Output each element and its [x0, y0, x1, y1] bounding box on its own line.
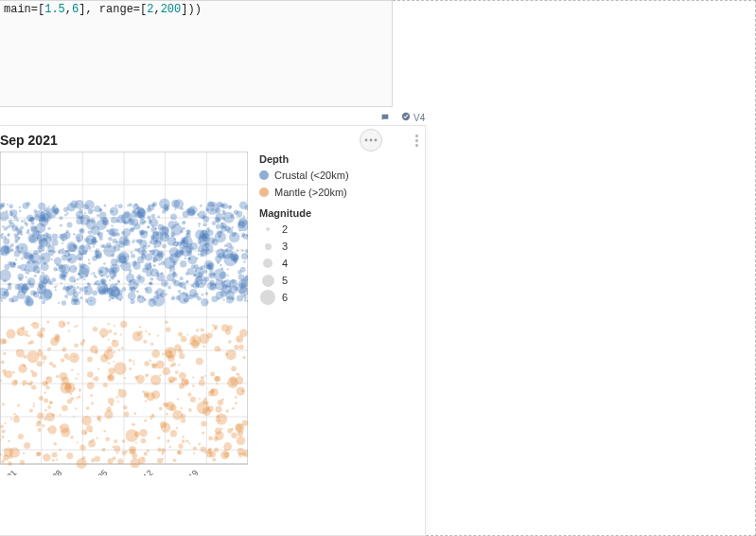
x-tick-label: Dec 05	[83, 468, 109, 475]
svg-point-811	[235, 261, 237, 264]
svg-point-482	[19, 206, 21, 208]
svg-point-736	[80, 263, 86, 269]
svg-point-366	[23, 203, 29, 209]
svg-point-1291	[26, 331, 27, 332]
svg-point-501	[87, 296, 97, 306]
svg-point-1091	[192, 376, 194, 378]
svg-point-1274	[24, 355, 27, 359]
svg-point-620	[104, 205, 107, 207]
svg-point-1037	[93, 327, 97, 331]
svg-point-1289	[56, 458, 58, 460]
svg-point-980	[124, 377, 126, 379]
svg-point-846	[17, 291, 26, 299]
svg-point-820	[25, 269, 29, 274]
svg-point-1019	[61, 358, 64, 362]
svg-point-706	[6, 289, 9, 292]
svg-point-638	[108, 237, 112, 241]
svg-point-555	[216, 278, 218, 280]
svg-point-394	[21, 220, 24, 223]
more-options-button[interactable]	[360, 129, 382, 152]
svg-point-840	[7, 252, 9, 254]
svg-point-1208	[31, 384, 36, 389]
svg-point-843	[142, 297, 144, 299]
svg-point-742	[216, 213, 223, 221]
legend-depth-item[interactable]: Crustal (<20km)	[259, 168, 411, 183]
legend-label: 2	[282, 223, 288, 235]
svg-point-1170	[29, 409, 33, 413]
svg-point-716	[139, 230, 145, 236]
svg-point-102	[159, 198, 170, 209]
svg-point-552	[188, 209, 196, 217]
legend-size-swatch	[262, 275, 274, 287]
svg-point-1110	[221, 428, 223, 430]
svg-point-1105	[12, 371, 15, 374]
svg-point-1304	[216, 383, 218, 384]
svg-point-723	[37, 271, 40, 274]
svg-point-1340	[62, 384, 63, 385]
svg-point-938	[38, 428, 42, 432]
svg-point-1352	[210, 371, 215, 376]
svg-point-557	[86, 287, 88, 289]
svg-point-531	[4, 292, 7, 295]
svg-point-882	[240, 267, 246, 273]
svg-point-1306	[161, 422, 170, 432]
svg-point-1314	[169, 404, 176, 411]
svg-point-484	[111, 224, 113, 226]
svg-point-1370	[79, 388, 81, 391]
svg-point-1180	[27, 335, 29, 337]
svg-point-760	[77, 278, 79, 281]
comment-icon[interactable]	[380, 113, 390, 124]
code-cell[interactable]: main=[1.5,6], range=[2,200]))	[0, 0, 393, 107]
svg-point-1039	[108, 398, 114, 404]
legend-magnitude-item[interactable]: 4	[259, 256, 411, 271]
svg-point-1252	[174, 345, 181, 351]
svg-point-1183	[132, 361, 134, 363]
svg-point-393	[86, 242, 90, 246]
svg-point-402	[25, 223, 28, 226]
svg-point-915	[227, 268, 229, 270]
svg-point-140	[197, 213, 199, 215]
svg-point-563	[41, 257, 44, 260]
svg-point-1012	[75, 407, 77, 409]
svg-point-192	[234, 209, 238, 214]
legend-magnitude-item[interactable]: 3	[259, 239, 411, 254]
svg-point-478	[186, 281, 188, 283]
svg-point-1115	[162, 450, 166, 454]
svg-point-826	[7, 204, 9, 205]
svg-point-308	[134, 248, 137, 251]
svg-point-752	[177, 241, 182, 246]
svg-point-764	[62, 239, 64, 241]
svg-point-311	[26, 277, 27, 278]
svg-point-136	[15, 259, 17, 260]
svg-point-1288	[3, 352, 6, 355]
svg-point-849	[53, 207, 60, 214]
svg-point-508	[243, 260, 246, 263]
svg-point-1126	[39, 396, 44, 401]
svg-point-1189	[147, 392, 155, 401]
svg-point-969	[103, 383, 108, 387]
svg-point-1217	[90, 394, 93, 397]
svg-point-1332	[157, 458, 163, 464]
scatter-chart[interactable]: Nov 21Nov 28Dec 05Dec 12Dec 19	[0, 152, 248, 475]
svg-point-922	[38, 245, 45, 253]
svg-point-493	[10, 209, 18, 217]
svg-point-412	[154, 227, 157, 230]
legend-magnitude-item[interactable]: 5	[259, 273, 411, 288]
svg-point-996	[167, 439, 169, 442]
svg-point-1050	[44, 409, 47, 412]
svg-point-852	[162, 209, 166, 213]
svg-point-890	[181, 207, 184, 210]
svg-point-545	[61, 264, 71, 275]
legend-magnitude-item[interactable]: 2	[259, 222, 411, 237]
svg-point-1260	[211, 389, 215, 393]
svg-point-1048	[204, 397, 207, 400]
svg-point-1130	[200, 333, 210, 344]
svg-point-1296	[102, 448, 106, 452]
svg-point-542	[227, 227, 234, 234]
svg-point-928	[1, 436, 4, 438]
legend-magnitude-item[interactable]: 6	[259, 290, 411, 305]
legend-depth-item[interactable]: Mantle (>20km)	[259, 185, 411, 200]
svg-point-450	[63, 274, 66, 277]
svg-point-1192	[144, 452, 148, 456]
kebab-menu-button[interactable]	[410, 129, 423, 152]
